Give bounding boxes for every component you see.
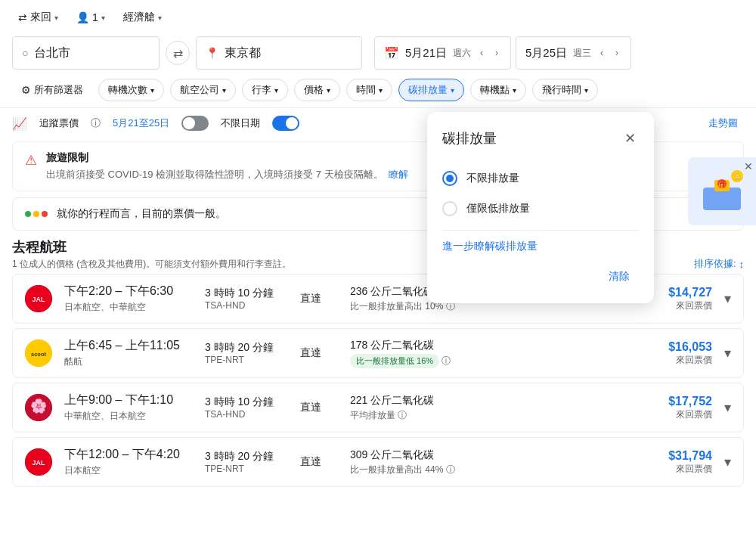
flight-price: $31,794 來回票價 (644, 449, 712, 476)
emissions-compare-text: 平均排放量 (350, 410, 395, 420)
flight-price: $14,727 來回票價 (644, 286, 712, 312)
track-dates: 5月21至25日 (113, 116, 169, 130)
transfer-point-filter-button[interactable]: 轉機點 ▾ (470, 79, 526, 101)
destination-pin-icon: 📍 (206, 47, 218, 59)
emissions-text: 309 公斤二氧化碳 (350, 448, 471, 462)
origin-input-wrap[interactable]: ○ (12, 36, 160, 70)
all-filters-button[interactable]: ⚙ 所有篩選器 (12, 79, 92, 101)
svg-text:JAL: JAL (32, 459, 45, 467)
person-icon: 👤 (76, 11, 89, 23)
destination-input-wrap[interactable]: 📍 (196, 36, 362, 70)
carbon-label: 碳排放量 (408, 83, 448, 97)
date2-next-button[interactable]: › (612, 46, 621, 60)
flight-stops: 直達 (300, 455, 338, 469)
flight-row[interactable]: JAL 下午2:20 – 下午6:30 日本航空、中華航空 3 時時 10 分鐘… (12, 274, 744, 324)
duration-text: 3 時時 20 分鐘 (205, 450, 288, 464)
time-label: 時間 (356, 83, 376, 97)
transfer-filter-button[interactable]: 轉機次數 ▾ (98, 79, 164, 101)
date1-input[interactable]: 📅 5月21日 週六 ‹ › (374, 36, 511, 70)
luggage-filter-button[interactable]: 行李 ▾ (242, 79, 288, 101)
flight-row[interactable]: 🌸 上午9:00 – 下午1:10 中華航空、日本航空 3 時時 10 分鐘 T… (12, 383, 744, 433)
flight-time-filter-button[interactable]: 飛行時間 ▾ (532, 79, 598, 101)
dot-yellow (33, 211, 39, 217)
flight-emissions: 309 公斤二氧化碳 比一般排放量高出 44% ⓘ (350, 448, 471, 476)
expand-row-button[interactable]: ▾ (724, 290, 731, 307)
svg-text:🌸: 🌸 (30, 398, 48, 414)
emissions-text: 178 公斤二氧化碳 (350, 339, 471, 352)
alert-link[interactable]: 瞭解 (389, 169, 408, 180)
destination-input[interactable] (225, 46, 352, 60)
price-label: 來回票價 (644, 299, 712, 312)
route-text: TPE-NRT (205, 355, 288, 365)
time-range: 下午12:00 – 下午4:20 (64, 447, 193, 463)
chevron-down-icon: ▾ (54, 14, 58, 22)
transfer-label: 轉機次數 (108, 83, 147, 97)
track-label: 追蹤票價 (39, 116, 79, 130)
svg-text:scoot: scoot (31, 351, 47, 358)
airline-logo: scoot (25, 340, 52, 367)
swap-button[interactable]: ⇄ (166, 41, 190, 65)
origin-pin-icon: ○ (22, 47, 28, 59)
time-range: 下午2:20 – 下午6:30 (64, 284, 193, 299)
flight-times: 上午6:45 – 上午11:05 酷航 (64, 338, 193, 368)
duration-text: 3 時時 10 分鐘 (205, 395, 288, 409)
emissions-compare: 比一般排放量低 16% ⓘ (350, 354, 471, 368)
sort-button[interactable]: 排序依據: ↕ (694, 257, 744, 271)
date1-prev-button[interactable]: ‹ (477, 46, 486, 60)
track-toggle[interactable] (181, 116, 209, 131)
time-filter-button[interactable]: 時間 ▾ (346, 79, 392, 101)
info-icon: ⓘ (446, 301, 455, 312)
sort-icon: ↕ (739, 259, 745, 270)
price-filter-button[interactable]: 價格 ▾ (294, 79, 340, 101)
expand-row-button[interactable]: ▾ (724, 345, 731, 361)
airline-filter-button[interactable]: 航空公司 ▾ (170, 79, 236, 101)
class-button[interactable]: 經濟艙 ▾ (117, 8, 168, 27)
duration-text: 3 時時 20 分鐘 (205, 341, 288, 355)
expand-row-button[interactable]: ▾ (724, 399, 731, 416)
date2-prev-button[interactable]: ‹ (597, 46, 606, 60)
flight-row[interactable]: JAL 下午12:00 – 下午4:20 日本航空 3 時時 20 分鐘 TPE… (12, 437, 744, 487)
info-icon: ⓘ (446, 464, 455, 475)
expand-row-button[interactable]: ▾ (724, 454, 731, 470)
flight-time-label: 飛行時間 (542, 83, 581, 97)
chevron-down-icon: ▾ (379, 86, 383, 95)
chevron-down-icon: ▾ (150, 86, 154, 95)
price-label: 來回票價 (644, 354, 712, 367)
date1-next-button[interactable]: › (492, 46, 501, 60)
price-label: 來回票價 (644, 408, 712, 421)
flight-stops: 直達 (300, 292, 338, 305)
flight-price: $16,053 來回票價 (644, 340, 712, 367)
carbon-filter-button[interactable]: 碳排放量 ▾ (398, 79, 464, 101)
price-label: 價格 (304, 83, 324, 97)
flight-price: $17,752 來回票價 (644, 395, 712, 421)
all-filters-label: 所有篩選器 (34, 83, 83, 97)
round-trip-button[interactable]: ⇄ 來回 ▾ (12, 8, 64, 27)
date2-input[interactable]: 5月25日 週三 ‹ › (516, 36, 631, 70)
flights-section: 去程航班 1 位成人的價格 (含稅及其他費用)。可能須支付額外費用和行李查註。 … (0, 238, 756, 487)
price-amount: $31,794 (644, 449, 712, 463)
chevron-down-icon: ▾ (327, 86, 330, 95)
calendar-icon: 📅 (384, 46, 399, 60)
alert-title: 旅遊限制 (46, 151, 408, 165)
flights-subtitle: 1 位成人的價格 (含稅及其他費用)。可能須支付額外費用和行李查註。 (12, 258, 291, 271)
airline-name: 日本航空、中華航空 (64, 301, 193, 314)
dot-green (25, 211, 31, 217)
flight-row[interactable]: scoot 上午6:45 – 上午11:05 酷航 3 時時 20 分鐘 TPE… (12, 328, 744, 378)
flight-emissions: 221 公斤二氧化碳 平均排放量 ⓘ (350, 394, 471, 422)
svg-text:JAL: JAL (32, 296, 45, 303)
map-link[interactable]: 走勢圖 (708, 116, 738, 130)
chevron-down-icon: ▾ (451, 86, 454, 95)
class-label: 經濟艙 (123, 11, 155, 24)
info-icon: ⓘ (91, 116, 101, 130)
expand-quality-icon[interactable]: ▾ (726, 208, 731, 220)
passengers-label: 1 (92, 11, 98, 23)
passengers-button[interactable]: 👤 1 ▾ (70, 8, 111, 26)
filter-icon: ⚙ (21, 84, 31, 96)
no-date-toggle[interactable] (272, 116, 299, 131)
flight-stops: 直達 (300, 401, 338, 414)
airline-name: 酷航 (64, 355, 193, 368)
origin-input[interactable] (34, 46, 150, 60)
airline-label: 航空公司 (180, 83, 219, 97)
date1-day: 週六 (453, 47, 471, 60)
gift-close-button[interactable]: ✕ (744, 160, 753, 172)
